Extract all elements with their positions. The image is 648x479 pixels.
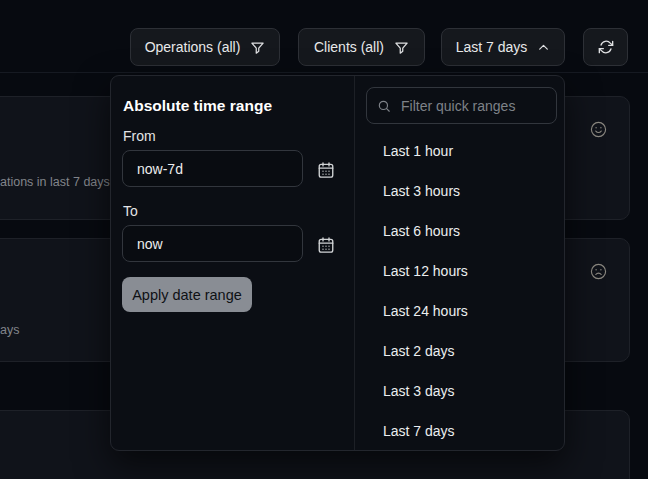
absolute-time-range-heading: Absolute time range <box>123 97 272 115</box>
to-label: To <box>123 203 138 219</box>
app-screen: ations in last 7 days ays Operations (al… <box>0 0 648 479</box>
time-range-button[interactable]: Last 7 days <box>441 28 565 66</box>
quick-range-last-7-days[interactable]: Last 7 days <box>367 411 563 451</box>
calendar-icon[interactable] <box>317 236 335 254</box>
from-input[interactable] <box>122 150 303 187</box>
search-icon <box>377 99 391 113</box>
time-range-label: Last 7 days <box>456 39 528 55</box>
quick-range-last-1-hour[interactable]: Last 1 hour <box>367 131 563 171</box>
filter-quick-ranges-input[interactable] <box>399 97 546 115</box>
quick-ranges-search[interactable] <box>366 87 557 124</box>
refresh-button[interactable] <box>583 28 628 66</box>
quick-range-last-12-hours[interactable]: Last 12 hours <box>367 251 563 291</box>
chevron-up-icon <box>537 41 550 54</box>
panel-divider <box>354 76 355 450</box>
time-range-dropdown: Absolute time range From To <box>110 75 565 451</box>
to-input[interactable] <box>122 225 303 262</box>
quick-range-last-24-hours[interactable]: Last 24 hours <box>367 291 563 331</box>
apply-date-range-button[interactable]: Apply date range <box>122 277 252 312</box>
funnel-icon <box>394 40 409 55</box>
operations-filter-button[interactable]: Operations (all) <box>130 28 280 66</box>
quick-range-last-6-hours[interactable]: Last 6 hours <box>367 211 563 251</box>
quick-range-last-2-days[interactable]: Last 2 days <box>367 331 563 371</box>
quick-range-last-3-hours[interactable]: Last 3 hours <box>367 171 563 211</box>
clients-filter-button[interactable]: Clients (all) <box>298 28 425 66</box>
quick-range-last-3-days[interactable]: Last 3 days <box>367 371 563 411</box>
operations-filter-label: Operations (all) <box>145 39 241 55</box>
from-label: From <box>123 128 156 144</box>
card-caption-fragment: ays <box>0 322 19 338</box>
frown-face-icon <box>590 263 607 280</box>
refresh-icon <box>598 39 614 55</box>
clients-filter-label: Clients (all) <box>314 39 384 55</box>
card-caption-fragment: ations in last 7 days <box>0 174 110 190</box>
calendar-icon[interactable] <box>317 161 335 179</box>
smiley-face-icon <box>590 121 607 138</box>
funnel-icon <box>250 40 265 55</box>
